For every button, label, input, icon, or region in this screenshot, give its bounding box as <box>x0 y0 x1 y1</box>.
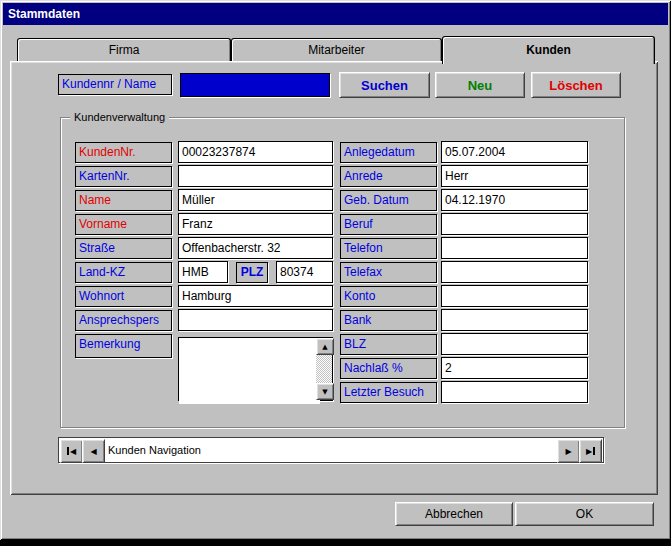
suchen-button[interactable]: Suchen <box>339 72 430 98</box>
field-label-vorname: Vorname <box>75 214 172 235</box>
field-label-wohnort: Wohnort <box>75 286 172 307</box>
tab-kunden[interactable]: Kunden <box>442 36 655 64</box>
stammdaten-window: Stammdaten Firma Mitarbeiter Kunden Kund… <box>0 0 671 540</box>
field-label-anlegedatum: Anlegedatum <box>340 142 437 163</box>
field-label-anrede: Anrede <box>340 166 437 187</box>
field-label-bank: Bank <box>340 310 437 331</box>
field-label-kartennr: KartenNr. <box>75 166 172 187</box>
blz-input[interactable] <box>441 333 588 355</box>
tab-mitarbeiter[interactable]: Mitarbeiter <box>231 38 442 61</box>
field-label-nachlass: Nachlaß % <box>340 358 437 379</box>
ansprechspers-input[interactable] <box>178 309 333 331</box>
loeschen-button[interactable]: Löschen <box>531 72 621 98</box>
field-label-blz: BLZ <box>340 334 437 355</box>
field-label-ansprechspers: Ansprechspers <box>75 310 172 331</box>
nav-prev-button[interactable]: ◀ <box>82 439 105 463</box>
plz-input[interactable] <box>276 261 333 283</box>
letzter-besuch-input[interactable] <box>441 381 588 403</box>
record-navigator: ◀ ◀ Kunden Navigation ▶ ▶ <box>58 437 604 463</box>
landkz-input[interactable] <box>178 261 228 283</box>
nav-first-icon: ◀ <box>70 447 76 456</box>
nav-first-button[interactable]: ◀ <box>60 439 83 463</box>
field-label-telefon: Telefon <box>340 238 437 259</box>
nav-last-button[interactable]: ▶ <box>579 439 602 463</box>
nav-next-button[interactable]: ▶ <box>557 439 580 463</box>
search-input[interactable] <box>180 73 330 97</box>
groupbox-caption: Kundenverwaltung <box>70 110 169 124</box>
nachlass-input[interactable] <box>441 357 588 379</box>
kartennr-input[interactable] <box>178 165 333 187</box>
telefon-input[interactable] <box>441 237 588 259</box>
plz-label: PLZ <box>236 262 268 283</box>
anrede-input[interactable] <box>441 165 588 187</box>
gebdatum-input[interactable] <box>441 189 588 211</box>
bemerkung-memo: ▲ ▼ <box>178 337 333 401</box>
title-bar[interactable]: Stammdaten <box>3 3 668 25</box>
field-label-beruf: Beruf <box>340 214 437 235</box>
field-label-bemerkung: Bemerkung <box>75 334 172 358</box>
bemerkung-scrollbar[interactable]: ▲ ▼ <box>316 338 332 400</box>
strasse-input[interactable] <box>178 237 333 259</box>
bemerkung-textarea[interactable] <box>179 338 320 404</box>
nav-prev-icon: ◀ <box>90 447 96 456</box>
window-title: Stammdaten <box>8 7 80 21</box>
field-label-letzter-besuch: Letzter Besuch <box>340 382 437 403</box>
field-label-telefax: Telefax <box>340 262 437 283</box>
field-label-landkz: Land-KZ <box>75 262 172 283</box>
screen: Stammdaten Firma Mitarbeiter Kunden Kund… <box>0 0 671 546</box>
scroll-down-button[interactable]: ▼ <box>316 383 334 400</box>
nav-next-icon: ▶ <box>565 447 571 456</box>
field-label-gebdatum: Geb. Datum <box>340 190 437 211</box>
scroll-up-button[interactable]: ▲ <box>316 338 334 355</box>
search-label: Kundennr / Name <box>58 74 172 95</box>
anlegedatum-input[interactable] <box>441 141 588 163</box>
abbrechen-button[interactable]: Abbrechen <box>395 502 513 526</box>
scroll-down-icon: ▼ <box>322 388 327 396</box>
konto-input[interactable] <box>441 285 588 307</box>
field-label-konto: Konto <box>340 286 437 307</box>
field-label-strasse: Straße <box>75 238 172 259</box>
navigator-caption: Kunden Navigation <box>108 438 201 462</box>
nav-first-bar <box>67 447 69 455</box>
bank-input[interactable] <box>441 309 588 331</box>
scroll-up-icon: ▲ <box>322 343 327 351</box>
field-label-kundennr: KundenNr. <box>75 142 172 163</box>
name-input[interactable] <box>178 189 333 211</box>
vorname-input[interactable] <box>178 213 333 235</box>
wohnort-input[interactable] <box>178 285 333 307</box>
ok-button[interactable]: OK <box>515 502 654 526</box>
tab-firma[interactable]: Firma <box>17 38 231 61</box>
nav-last-icon: ▶ <box>586 447 592 456</box>
telefax-input[interactable] <box>441 261 588 283</box>
kundennr-input[interactable] <box>178 141 333 163</box>
neu-button[interactable]: Neu <box>435 72 525 98</box>
field-label-name: Name <box>75 190 172 211</box>
nav-last-bar <box>593 447 595 455</box>
beruf-input[interactable] <box>441 213 588 235</box>
